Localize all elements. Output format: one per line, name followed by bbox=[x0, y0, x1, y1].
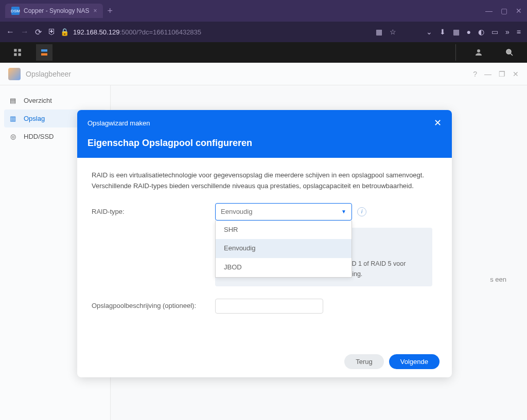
app-icon bbox=[8, 68, 21, 80]
toolbar-icons: ▦ ☆ ⌄ ⬇ ▦ ● ◐ ▭ » ≡ bbox=[376, 28, 521, 36]
description-row: Opslagpoolbeschrijving (optioneel): bbox=[92, 299, 437, 314]
svg-rect-0 bbox=[14, 49, 16, 51]
info-icon[interactable]: i bbox=[357, 207, 366, 216]
close-window-icon[interactable]: ✕ bbox=[513, 70, 519, 78]
storage-wizard-modal: Opslagwizard maken ✕ Eigenschap Opslagpo… bbox=[77, 110, 452, 377]
svg-point-7 bbox=[506, 49, 511, 54]
library-icon[interactable]: ▭ bbox=[491, 28, 498, 36]
storage-manager-taskbar-icon[interactable] bbox=[36, 44, 52, 61]
chevron-down-icon: ▼ bbox=[341, 208, 346, 216]
new-tab-button[interactable]: + bbox=[107, 6, 113, 16]
wizard-title: Eigenschap Opslagpool configureren bbox=[87, 138, 442, 149]
menu-icon[interactable]: ≡ bbox=[517, 28, 521, 36]
sidebar-item-label: Opslag bbox=[24, 115, 45, 122]
svg-line-8 bbox=[511, 53, 513, 56]
svg-rect-2 bbox=[14, 53, 16, 56]
description-input[interactable] bbox=[215, 299, 323, 314]
next-button[interactable]: Volgende bbox=[389, 354, 440, 369]
apps-icon[interactable]: ▦ bbox=[453, 28, 460, 36]
svg-point-6 bbox=[477, 49, 480, 52]
minimize-window-icon[interactable]: — bbox=[484, 70, 491, 78]
svg-rect-5 bbox=[41, 53, 47, 56]
dropdown-option-eenvoudig[interactable]: Eenvoudig bbox=[216, 239, 352, 258]
raid-type-value: Eenvoudig bbox=[221, 207, 252, 217]
grid-icon[interactable]: ▦ bbox=[376, 28, 382, 36]
maximize-button[interactable]: ▢ bbox=[501, 7, 507, 15]
url-text: 192.168.50.129:5000/?dc=1661106432835 bbox=[73, 28, 201, 36]
star-icon[interactable]: ☆ bbox=[390, 28, 396, 36]
sidebar-item-label: Overzicht bbox=[24, 97, 52, 104]
svg-rect-3 bbox=[19, 53, 21, 56]
sidebar-item-overview[interactable]: ▤ Overzicht bbox=[0, 92, 110, 109]
svg-rect-4 bbox=[41, 49, 47, 52]
account-icon[interactable]: ◐ bbox=[478, 28, 484, 36]
help-icon[interactable]: ? bbox=[473, 70, 477, 78]
divider bbox=[455, 44, 456, 61]
browser-tab[interactable]: DSM Copper - Synology NAS × bbox=[5, 4, 103, 18]
shield-icon[interactable]: ⛨ bbox=[48, 27, 56, 36]
back-button[interactable]: Terug bbox=[344, 354, 384, 369]
address-bar[interactable]: ⛨ 🔒 192.168.50.129:5000/?dc=166110643283… bbox=[48, 27, 370, 36]
close-button[interactable]: ✕ bbox=[516, 7, 522, 15]
more-icon[interactable]: » bbox=[505, 28, 510, 36]
minimize-button[interactable]: — bbox=[485, 7, 493, 15]
extension-icon[interactable]: ● bbox=[467, 28, 471, 36]
tab-favicon: DSM bbox=[11, 7, 20, 15]
back-button[interactable]: ← bbox=[6, 27, 14, 36]
window-controls: — ▢ ✕ bbox=[485, 7, 522, 15]
wizard-breadcrumb: Opslagwizard maken bbox=[87, 119, 150, 127]
dropdown-option-jbod[interactable]: JBOD bbox=[216, 258, 352, 277]
browser-toolbar: ← → ⟳ ⛨ 🔒 192.168.50.129:5000/?dc=166110… bbox=[0, 22, 527, 42]
download-icon[interactable]: ⬇ bbox=[440, 28, 446, 36]
wizard-body: RAID is een virtualisatietechnologie voo… bbox=[77, 158, 452, 346]
dsm-apps-icon[interactable] bbox=[9, 44, 26, 61]
close-icon[interactable]: ✕ bbox=[434, 117, 442, 129]
reload-button[interactable]: ⟳ bbox=[35, 27, 42, 37]
wizard-description: RAID is een virtualisatietechnologie voo… bbox=[92, 170, 437, 192]
dsm-taskbar bbox=[0, 42, 527, 63]
raid-type-dropdown: SHR Eenvoudig JBOD bbox=[215, 221, 352, 278]
storage-icon: ▥ bbox=[8, 115, 17, 122]
search-icon[interactable] bbox=[501, 44, 518, 61]
svg-rect-1 bbox=[19, 49, 21, 51]
wizard-footer: Terug Volgende bbox=[77, 346, 452, 377]
description-label: Opslagpoolbeschrijving (optioneel): bbox=[92, 301, 215, 312]
sidebar-item-label: HDD/SSD bbox=[24, 133, 54, 140]
overview-icon: ▤ bbox=[8, 97, 17, 104]
tab-title: Copper - Synology NAS bbox=[24, 7, 89, 14]
bg-text: s een bbox=[490, 276, 506, 283]
app-title: Opslagbeheer bbox=[26, 70, 71, 78]
dropdown-option-shr[interactable]: SHR bbox=[216, 221, 352, 240]
close-icon[interactable]: × bbox=[93, 7, 97, 14]
lock-icon[interactable]: 🔒 bbox=[60, 28, 69, 36]
hdd-icon: ◎ bbox=[8, 133, 17, 140]
wizard-header: Opslagwizard maken ✕ Eigenschap Opslagpo… bbox=[77, 110, 452, 158]
pocket-icon[interactable]: ⌄ bbox=[426, 28, 432, 36]
browser-tab-bar: DSM Copper - Synology NAS × + — ▢ ✕ bbox=[0, 0, 527, 22]
forward-button[interactable]: → bbox=[21, 27, 29, 36]
user-icon[interactable] bbox=[470, 44, 487, 61]
raid-type-label: RAID-type: bbox=[92, 207, 215, 217]
raid-type-row: RAID-type: Eenvoudig ▼ i SHR Eenvoudig J… bbox=[92, 203, 437, 221]
maximize-window-icon[interactable]: ❐ bbox=[499, 70, 505, 78]
raid-type-select[interactable]: Eenvoudig ▼ bbox=[215, 203, 352, 221]
app-header: Opslagbeheer ? — ❐ ✕ bbox=[0, 63, 527, 85]
